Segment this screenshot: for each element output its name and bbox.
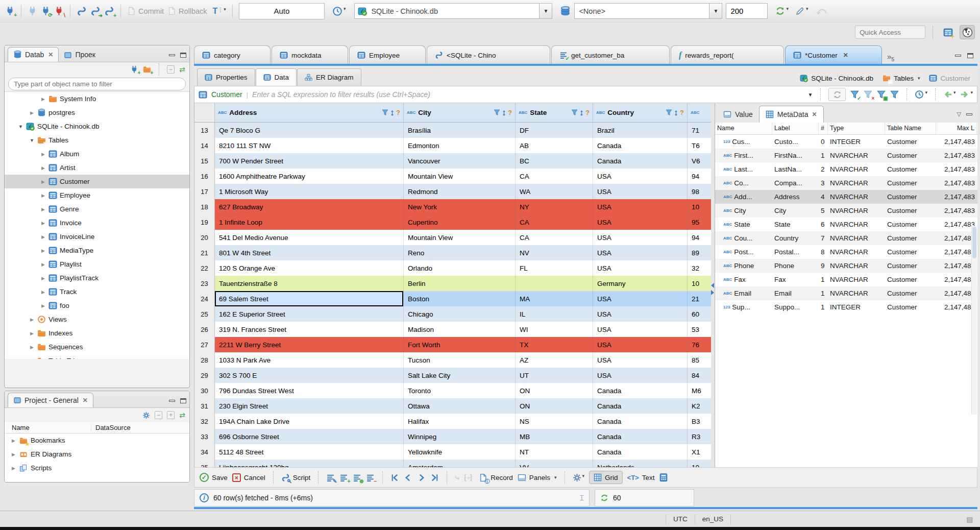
rollback-button[interactable]: Rollback (167, 7, 207, 15)
column-header-city[interactable]: ABCCity? (404, 103, 516, 123)
row-number[interactable]: 14 (194, 138, 215, 153)
metadata-row-compa[interactable]: ABCCo...Compa...3NVARCHARCustomer2,147,4… (715, 176, 977, 190)
metadata-row-address[interactable]: ABCAdd...Address4NVARCHARCustomer2,147,4… (715, 190, 977, 204)
grid-cell[interactable]: Salt Lake City (404, 368, 516, 383)
table-row[interactable]: 33696 Osborne StreetWinnipegMBCanadaR3 (194, 429, 711, 444)
tree-item-employee[interactable]: ▶Employee (5, 188, 189, 202)
grid-cell[interactable]: MB (516, 429, 593, 444)
grid-cell[interactable]: IL (516, 306, 593, 322)
table-row[interactable]: 30796 Dundas Street WestTorontoONCanadaM… (194, 383, 711, 398)
table-row[interactable]: 29302 S 700 ESalt Lake CityUTUSA84 (194, 368, 711, 383)
grid-cell[interactable]: Lijnbaansgracht 120bg (215, 460, 404, 467)
expand-arrow-icon[interactable]: ▶ (40, 262, 46, 267)
table-row[interactable]: 25162 E Superior StreetChicagoILUSA60 (194, 306, 711, 322)
collapse-all-icon[interactable]: − (155, 411, 162, 419)
grid-cell[interactable]: Brasília (404, 123, 516, 138)
expand-arrow-icon[interactable]: ▶ (11, 466, 16, 471)
grid-cell[interactable]: 8210 111 ST NW (215, 138, 404, 153)
tree-item-postgres[interactable]: ▶postgres (5, 106, 189, 119)
quick-access-input[interactable] (855, 26, 925, 39)
grid-cell[interactable]: Germany (593, 276, 688, 291)
expand-arrow-icon[interactable]: ▶ (11, 452, 16, 457)
tree-item-mediatype[interactable]: ▶MediaType (5, 244, 189, 257)
auto-refresh-icon[interactable]: ▾ (915, 90, 927, 99)
grid-cell[interactable]: Canada (593, 414, 688, 429)
column-name[interactable]: Name (5, 424, 91, 431)
sort-icon[interactable] (674, 109, 678, 116)
grid-cell[interactable]: 89 (688, 245, 711, 260)
grid-cell[interactable]: 1 Microsoft Way (215, 184, 404, 199)
grid-cell[interactable]: AZ (516, 352, 593, 368)
commit-button[interactable]: Commit (127, 7, 164, 15)
table-row[interactable]: 35Lijnbaansgracht 120bgAmsterdamVVNether… (194, 460, 711, 467)
row-number[interactable]: 19 (194, 214, 215, 230)
previous-page-icon[interactable]: ▾ (943, 90, 956, 99)
tree-item-tables[interactable]: ▼▤Tables (5, 133, 189, 147)
grid-cell[interactable]: Canada (593, 383, 688, 398)
grid-cell[interactable]: 76 (688, 337, 711, 352)
tree-item-album[interactable]: ▶Album (5, 147, 189, 161)
grid-cell[interactable]: Edmonton (404, 138, 516, 153)
grid-cell[interactable]: Berlin (404, 276, 516, 291)
grid-cell[interactable]: Winnipeg (404, 429, 516, 444)
row-number[interactable]: 17 (194, 184, 215, 199)
settings-gear-icon[interactable]: ▾ (573, 473, 585, 482)
grid-cell[interactable]: 1600 Amphitheatre Parkway (215, 168, 404, 184)
new-sql-editor-button[interactable]: + (104, 6, 114, 16)
custom-filter-icon[interactable] (890, 90, 899, 99)
refresh-filter-icon[interactable] (828, 88, 846, 101)
minimize-icon[interactable] (169, 400, 175, 402)
grid-cell[interactable]: Ottawa (404, 398, 516, 414)
table-row[interactable]: 13Qe 7 Bloco GBrasíliaDFBrazil71 (194, 123, 711, 138)
row-number[interactable]: 21 (194, 245, 215, 260)
row-number[interactable]: 24 (194, 291, 215, 306)
grid-cell[interactable]: 194A Chain Lake Drive (215, 414, 404, 429)
expand-arrow-icon[interactable]: ▶ (40, 193, 46, 198)
open-perspective-button[interactable]: ✦ (940, 25, 955, 39)
grid-cell[interactable]: USA (593, 322, 688, 337)
disconnect-button[interactable]: ∖ (54, 6, 64, 16)
filter-dropdown-icon[interactable]: ▼ (808, 92, 813, 98)
grid-cell[interactable]: VV (516, 460, 593, 467)
expand-arrow-icon[interactable]: ▶ (40, 97, 46, 102)
locale-indicator[interactable]: en_US (702, 515, 723, 523)
delete-row-icon[interactable]: − (366, 473, 375, 482)
apply-filter-icon[interactable]: ✓ (850, 90, 859, 99)
grid-cell[interactable]: 60 (688, 306, 711, 322)
grid-cell[interactable]: USA (593, 230, 688, 245)
column-header-state[interactable]: ABCState? (516, 103, 593, 123)
expand-all-icon[interactable]: + (167, 411, 175, 419)
grid-cell[interactable]: Brazil (593, 123, 688, 138)
grid-cell[interactable]: Qe 7 Bloco G (215, 123, 404, 138)
maximize-icon[interactable] (967, 53, 973, 58)
dbeaver-perspective-button[interactable] (960, 25, 975, 39)
collapse-arrow-icon[interactable]: ▼ (29, 138, 35, 143)
grid-cell[interactable]: CA (516, 168, 593, 184)
grid-cell[interactable]: 69 Salem Street (215, 291, 404, 306)
table-row[interactable]: 32194A Chain Lake DriveHalifaxNSCanadaB3 (194, 414, 711, 429)
script-button[interactable]: 🔍︎Script (281, 473, 311, 482)
save-button[interactable]: ✓Save (200, 473, 228, 482)
expand-arrow-icon[interactable]: ▶ (29, 345, 35, 350)
filter-expression-input[interactable]: Enter a SQL expression to filter results… (252, 90, 803, 99)
grid-cell[interactable]: X1 (688, 444, 711, 460)
column-datasource[interactable]: DataSource (91, 424, 131, 431)
grid-cell[interactable]: Canada (593, 444, 688, 460)
tab-database-navigator[interactable]: Datab ✕ (8, 47, 59, 62)
sort-icon[interactable] (579, 109, 584, 116)
editor-tab-mockdata[interactable]: mockdata (272, 45, 348, 64)
grid-cell[interactable]: Amsterdam (404, 460, 516, 467)
chevron-down-icon[interactable]: ▾ (918, 76, 920, 81)
table-row[interactable]: 148210 111 ST NWEdmontonABCanadaT6 (194, 138, 711, 153)
progress-area-icon[interactable]: ▤ (966, 515, 973, 523)
expand-arrow-icon[interactable]: ▶ (40, 248, 46, 253)
breadcrumb-sqlite-chinook-db[interactable]: SQLite - Chinook.db (800, 74, 873, 82)
row-number[interactable]: 34 (194, 444, 215, 460)
grid-cell[interactable]: Toronto (404, 383, 516, 398)
tab-overflow-indicator[interactable]: »5 (883, 52, 898, 64)
navigator-filter-input[interactable] (8, 78, 186, 90)
expand-arrow-icon[interactable]: ▶ (40, 221, 46, 226)
timezone-indicator[interactable]: UTC (673, 515, 688, 523)
close-icon[interactable]: ✕ (812, 111, 817, 118)
grid-cell[interactable]: UT (516, 368, 593, 383)
